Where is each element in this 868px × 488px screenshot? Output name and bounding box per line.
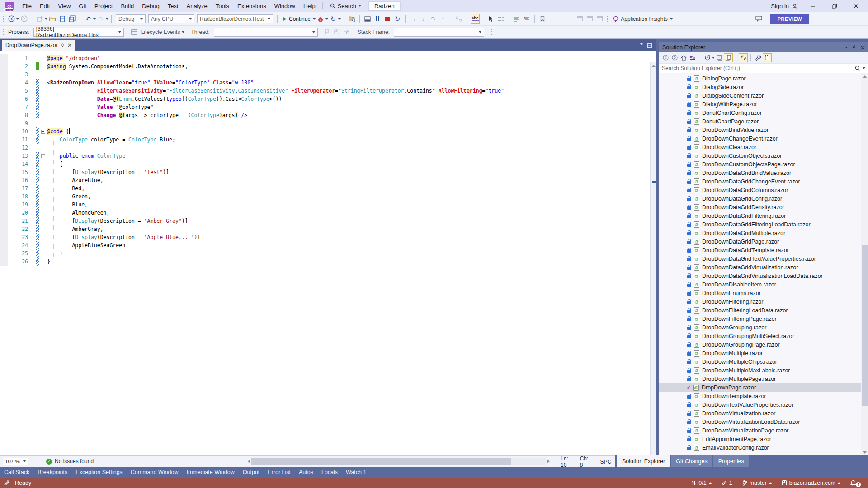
selection-mode-button[interactable]	[486, 14, 495, 24]
file-item-dropdowndatagridtextvalueproperties-razor[interactable]: @DropDownDataGridTextValueProperties.raz…	[659, 254, 868, 263]
scroll-left-arrow[interactable]	[248, 460, 250, 463]
panel-tab-output[interactable]: Output	[239, 469, 264, 475]
outlining-margin[interactable]	[39, 95, 47, 103]
breakpoint-margin[interactable]	[0, 144, 8, 152]
file-item-dropdownmultiple-razor[interactable]: @DropDownMultiple.razor	[659, 349, 868, 357]
docked-window-button[interactable]	[575, 14, 584, 24]
file-item-dropdowndatagridvirtualizationloaddata-razor[interactable]: @DropDownDataGridVirtualizationLoadData.…	[659, 272, 868, 280]
git-sync-status[interactable]: 0/1	[691, 480, 711, 486]
file-item-dropdowntextvalueproperties-razor[interactable]: @DropDownTextValueProperties.razor	[659, 400, 868, 409]
breakpoint-margin[interactable]	[0, 111, 8, 119]
application-insights-label[interactable]: Application Insights	[621, 16, 667, 22]
flagged-only-button[interactable]	[333, 27, 342, 37]
outlining-margin[interactable]	[39, 258, 47, 266]
code-editor[interactable]: 1@page "/dropdown"2@using System.Compone…	[0, 51, 656, 455]
restart-application-button[interactable]: ↻	[329, 14, 338, 24]
file-item-dropdownchangeevent-razor[interactable]: @DropDownChangeEvent.razor	[659, 134, 868, 143]
panel-tab-exception-settings[interactable]: Exception Settings	[71, 469, 127, 475]
file-item-dropdownbindvalue-razor[interactable]: @DropDownBindValue.razor	[659, 126, 868, 134]
menu-item-test[interactable]: Test	[164, 0, 183, 12]
breakpoint-margin[interactable]	[0, 160, 8, 168]
file-item-editappointmentpage-razor[interactable]: @EditAppointmentPage.razor	[659, 435, 868, 443]
panel-tab-locals[interactable]: Locals	[317, 469, 342, 475]
file-item-dropdowndatagridchangeevent-razor[interactable]: @DropDownDataGridChangeEvent.razor	[659, 177, 868, 186]
menu-item-help[interactable]: Help	[299, 0, 320, 12]
panel-tab-watch-1[interactable]: Watch 1	[342, 469, 370, 475]
outlining-margin[interactable]	[39, 201, 47, 209]
back-button[interactable]	[661, 53, 670, 62]
solution-explorer-titlebar[interactable]: Solution Explorer	[659, 42, 868, 52]
breakpoint-margin[interactable]	[0, 79, 8, 87]
lifecycle-events-label[interactable]: Lifecycle Events	[141, 29, 180, 35]
breakpoint-margin[interactable]	[0, 95, 8, 103]
scrollbar-thumb[interactable]	[862, 245, 868, 406]
solution-platform-combo[interactable]: Any CPU	[148, 14, 194, 23]
breakpoint-margin[interactable]	[0, 127, 8, 136]
undo-dropdown[interactable]	[93, 18, 96, 20]
file-item-dropdowndatagridfiltering-razor[interactable]: @DropDownDataGridFiltering.razor	[659, 211, 868, 220]
scrollbar-thumb[interactable]	[251, 458, 511, 465]
unsaved-edits-status[interactable]: 1	[722, 480, 732, 486]
back-dropdown[interactable]	[16, 18, 19, 20]
hot-reload-button[interactable]	[316, 14, 325, 24]
file-item-dropdowndatagriddensity-razor[interactable]: @DropDownDataGridDensity.razor	[659, 203, 868, 211]
lifecycle-events-button[interactable]	[130, 27, 139, 37]
scrollbar-track[interactable]	[251, 458, 546, 465]
outlining-margin[interactable]	[39, 225, 47, 233]
properties-button[interactable]	[754, 53, 763, 62]
stop-debugging-button[interactable]	[383, 14, 392, 24]
breakpoint-margin[interactable]	[0, 201, 8, 209]
file-item-dropdowncustomobjectspage-razor[interactable]: @DropDownCustomObjectsPage.razor	[659, 160, 868, 169]
thread-combo[interactable]	[214, 28, 318, 37]
toolbar-grip[interactable]	[466, 15, 468, 23]
outlining-margin[interactable]	[39, 176, 47, 184]
collapse-region-icon[interactable]	[41, 130, 45, 134]
file-item-dropdownfiltering-razor[interactable]: @DropDownFiltering.razor	[659, 297, 868, 306]
continue-button[interactable]: Continue	[281, 14, 312, 24]
restart-debugging-button[interactable]: ↻	[393, 14, 402, 24]
menu-item-debug[interactable]: Debug	[138, 0, 163, 12]
file-item-dropdownmultiplemaxlabels-razor[interactable]: @DropDownMultipleMaxLabels.razor	[659, 366, 868, 375]
step-into-button[interactable]: ↓	[419, 14, 428, 24]
close-button[interactable]	[848, 0, 863, 11]
breakpoint-margin[interactable]	[0, 225, 8, 233]
application-insights-button[interactable]	[611, 14, 620, 24]
application-insights-dropdown[interactable]	[670, 18, 673, 20]
file-item-dropdownmultiplechips-razor[interactable]: @DropDownMultipleChips.razor	[659, 357, 868, 366]
file-item-dropdowngroupingpage-razor[interactable]: @DropDownGroupingPage.razor	[659, 340, 868, 349]
new-project-dropdown[interactable]	[45, 18, 47, 20]
scroll-up-arrow[interactable]	[861, 73, 868, 80]
outlining-margin[interactable]	[39, 209, 47, 217]
navigate-forward-button[interactable]	[19, 14, 28, 24]
save-button[interactable]	[58, 14, 67, 24]
menu-search[interactable]: Search	[326, 0, 366, 12]
restart-dropdown[interactable]	[338, 18, 341, 20]
git-branch-status[interactable]: master	[742, 480, 772, 486]
outlining-margin[interactable]	[39, 136, 47, 144]
find-in-files-button[interactable]	[347, 14, 356, 24]
breakpoint-margin[interactable]	[0, 54, 8, 62]
menu-item-analyze[interactable]: Analyze	[182, 0, 211, 12]
outlining-margin[interactable]	[39, 119, 47, 127]
close-tab-icon[interactable]	[68, 43, 71, 47]
file-item-dropdownpage-razor[interactable]: ✓@DropDownPage.razor	[659, 383, 868, 392]
menu-item-extensions[interactable]: Extensions	[233, 0, 270, 12]
git-repository-status[interactable]: blazor.radzen.com	[782, 480, 840, 486]
breakpoint-margin[interactable]	[0, 249, 8, 258]
solution-search-input[interactable]	[662, 65, 855, 71]
health-indicator-icon[interactable]: ✓	[46, 459, 52, 465]
lifecycle-dropdown[interactable]	[182, 31, 184, 33]
breakpoint-margin[interactable]	[0, 241, 8, 249]
file-item-donutchartconfig-razor[interactable]: @DonutChartConfig.razor	[659, 108, 868, 117]
step-out-button[interactable]: ↑	[439, 14, 448, 24]
outlining-margin[interactable]	[39, 160, 47, 168]
solution-configuration-combo[interactable]: Debug	[116, 14, 146, 23]
outlining-margin[interactable]	[39, 103, 47, 111]
file-item-dropdowngrouping-razor[interactable]: @DropDownGrouping.razor	[659, 323, 868, 332]
file-item-dialogwithpage-razor[interactable]: @DialogWithPage.razor	[659, 100, 868, 108]
send-feedback-button[interactable]	[755, 14, 764, 24]
outlining-margin[interactable]	[39, 144, 47, 152]
notifications-button[interactable]: 1	[850, 479, 861, 487]
file-item-dropdownfilteringpage-razor[interactable]: @DropDownFilteringPage.razor	[659, 314, 868, 323]
panel-tab-autos[interactable]: Autos	[295, 469, 317, 475]
